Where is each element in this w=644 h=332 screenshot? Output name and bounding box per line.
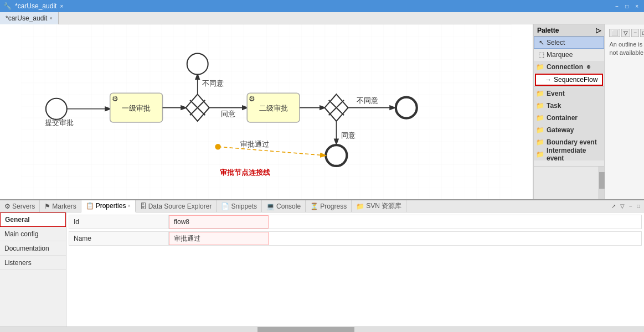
h-scrollbar[interactable] <box>0 326 644 332</box>
palette-section-gateway[interactable]: 📁 Gateway <box>534 124 604 136</box>
tab-snippets-label: Snippets <box>231 203 257 210</box>
props-nav-documentation[interactable]: Documentation <box>0 241 66 256</box>
palette-section-connection[interactable]: 📁 Connection ⊕ <box>534 61 604 73</box>
canvas-area[interactable]: 提交审批 ⚙ 一级审批 不同意 同意 ⚙ <box>0 24 533 199</box>
tab-datasource[interactable]: 🗄 Data Source Explorer <box>136 200 217 212</box>
palette-select-label: Select <box>547 39 565 46</box>
svg-point-30 <box>215 144 221 150</box>
svg-point-1 <box>46 98 67 120</box>
diagram-svg: 提交审批 ⚙ 一级审批 不同意 同意 ⚙ <box>0 24 533 199</box>
tab-console-label: Console <box>276 203 301 210</box>
palette-expand-icon[interactable]: ▷ <box>596 27 601 34</box>
info-btn-4[interactable]: □ <box>640 29 644 37</box>
folder-task-icon: 📁 <box>536 102 544 110</box>
palette-divider1 <box>534 86 604 87</box>
palette-panel: Palette ▷ ↖ Select ⬚ Marquee 📁 Connectio… <box>533 24 604 199</box>
folder-gateway-icon: 📁 <box>536 126 544 134</box>
tab-servers[interactable]: ⚙ Servers <box>0 200 40 212</box>
window-maximize-btn[interactable]: □ <box>623 3 631 9</box>
palette-intermediate-label: Intermediate event <box>547 147 602 162</box>
editor-tab[interactable]: *carUse_audit × <box>0 12 59 24</box>
tab-datasource-label: Data Source Explorer <box>148 203 212 210</box>
palette-marquee[interactable]: ⬚ Marquee <box>534 49 604 61</box>
tab-svn[interactable]: 📁 SVN 资源库 <box>352 200 406 212</box>
bottom-tab-bar: ⚙ Servers ⚑ Markers 📋 Properties × 🗄 Dat… <box>0 200 644 212</box>
svg-point-12 <box>187 54 208 75</box>
folder-container-icon: 📁 <box>536 114 544 122</box>
editor-tab-label: *carUse_audit <box>6 14 47 22</box>
props-nav-mainconfig[interactable]: Main config <box>0 227 66 241</box>
svg-point-28 <box>326 145 347 166</box>
tab-progress[interactable]: ⏳ Progress <box>306 200 352 212</box>
folder-intermediate-icon: 📁 <box>536 151 544 158</box>
info-btn-2[interactable]: ▽ <box>621 29 630 37</box>
palette-section-container[interactable]: 📁 Container <box>534 112 604 124</box>
svg-point-25 <box>396 97 417 118</box>
folder-event-icon: 📁 <box>536 90 544 97</box>
svg-text:审批节点连接线: 审批节点连接线 <box>220 168 270 177</box>
bottom-panel-icon1[interactable]: ↗ <box>610 203 617 210</box>
tab-properties-close[interactable]: × <box>127 203 130 209</box>
palette-section-intermediate[interactable]: 📁 Intermediate event <box>534 148 604 160</box>
bottom-panel-maximize[interactable]: □ <box>635 203 642 210</box>
bottom-panel-minimize[interactable]: − <box>627 203 634 210</box>
title-bar-text: *carUse_audit <box>15 2 56 10</box>
svg-text:审批通过: 审批通过 <box>240 140 269 148</box>
info-btn-3[interactable]: − <box>631 29 639 37</box>
datasource-icon: 🗄 <box>140 203 147 210</box>
palette-section-task[interactable]: 📁 Task <box>534 100 604 112</box>
tab-servers-label: Servers <box>12 203 35 210</box>
bottom-panel: ⚙ Servers ⚑ Markers 📋 Properties × 🗄 Dat… <box>0 199 644 332</box>
editor-tab-close[interactable]: × <box>49 15 52 21</box>
svg-text:不同意: 不同意 <box>202 80 224 87</box>
palette-scrollthumb[interactable] <box>599 172 605 189</box>
svn-icon: 📁 <box>356 203 364 210</box>
window-minimize-btn[interactable]: − <box>613 3 621 9</box>
h-scroll-thumb[interactable] <box>257 327 354 332</box>
arrow-icon: → <box>545 76 552 84</box>
tab-console[interactable]: 💻 Console <box>262 200 306 212</box>
properties-icon: 📋 <box>86 202 94 210</box>
props-row-id: Id flow8 <box>69 215 642 229</box>
palette-select[interactable]: ↖ Select <box>534 37 604 49</box>
props-nav-general[interactable]: General <box>0 212 66 227</box>
bottom-panel-chevron[interactable]: ▽ <box>619 203 626 210</box>
markers-icon: ⚑ <box>44 203 50 210</box>
progress-icon: ⏳ <box>310 203 318 210</box>
cursor-icon: ↖ <box>539 39 544 46</box>
palette-connection-label: Connection <box>547 63 583 71</box>
props-nav-listeners-label: Listeners <box>4 259 32 267</box>
props-row-name: Name 审批通过 <box>69 231 642 246</box>
tab-properties[interactable]: 📋 Properties × <box>81 200 136 212</box>
info-panel-buttons: ⬜ ▽ − □ <box>609 29 644 37</box>
servers-icon: ⚙ <box>4 203 11 210</box>
props-nav-documentation-label: Documentation <box>4 245 49 252</box>
props-content: Id flow8 Name 审批通过 <box>66 212 644 326</box>
palette-title: Palette <box>537 27 559 34</box>
info-btn-1[interactable]: ⬜ <box>609 29 620 37</box>
palette-container-label: Container <box>547 114 578 122</box>
svg-text:一级审批: 一级审批 <box>122 104 151 112</box>
editor-tab-bar: *carUse_audit × <box>0 12 644 24</box>
tab-markers[interactable]: ⚑ Markers <box>40 200 81 212</box>
palette-header: Palette ▷ <box>534 24 604 37</box>
palette-section-event[interactable]: 📁 Event <box>534 87 604 100</box>
info-panel: ⬜ ▽ − □ An outline is not available. <box>604 24 644 199</box>
folder-connection-icon: 📁 <box>536 63 544 71</box>
window-close-btn[interactable]: × <box>633 3 641 9</box>
info-panel-text: An outline is not available. <box>609 40 644 58</box>
palette-sequenceflow[interactable]: → SequenceFlow <box>535 74 603 86</box>
tab-svn-label: SVN 资源库 <box>366 201 401 211</box>
props-nav-listeners[interactable]: Listeners <box>0 256 66 270</box>
palette-scrollbar <box>534 166 604 199</box>
tab-close-icon[interactable]: × <box>60 3 63 9</box>
tab-markers-label: Markers <box>52 203 76 210</box>
svg-text:二级审批: 二级审批 <box>259 104 288 112</box>
tab-snippets[interactable]: 📄 Snippets <box>217 200 262 212</box>
svg-text:同意: 同意 <box>221 110 235 118</box>
props-value-id[interactable]: flow8 <box>169 215 269 229</box>
palette-gateway-label: Gateway <box>547 126 574 134</box>
palette-boundary-label: Boundary event <box>547 138 597 146</box>
props-label-id: Id <box>69 215 169 229</box>
props-value-name[interactable]: 审批通过 <box>169 232 269 245</box>
